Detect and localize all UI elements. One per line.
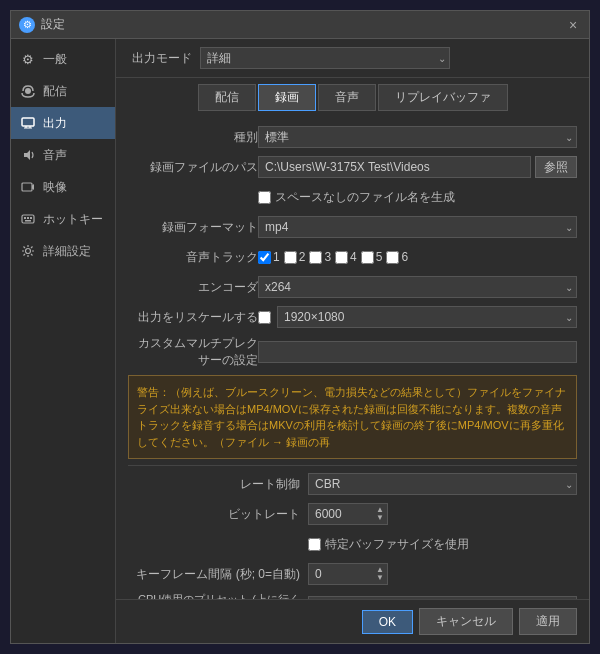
svg-point-0 [25,88,31,94]
track-6-checkbox[interactable] [386,251,399,264]
buffer-checkbox-label[interactable]: 特定バッファサイズを使用 [308,536,469,553]
rate-control-row: レート制御 CBR [128,472,577,496]
rescale-select[interactable]: 1920×1080 [277,306,577,328]
rate-control-select[interactable]: CBR [308,473,577,495]
stream-icon [19,82,37,100]
bitrate-down-arrow[interactable]: ▼ [374,514,386,522]
rescale-select-wrapper: 1920×1080 [277,306,577,328]
rescale-checkbox[interactable] [258,311,271,324]
sidebar-item-general[interactable]: ⚙ 一般 [11,43,115,75]
keyframe-down-arrow[interactable]: ▼ [374,574,386,582]
mux-row: カスタムマルチプレクサーの設定 [128,335,577,369]
format-row: 録画フォーマット mp4 [128,215,577,239]
sidebar-label-audio: 音声 [43,147,67,164]
track-4-checkbox[interactable] [335,251,348,264]
cpu-select[interactable]: fast [308,596,577,599]
output-icon [19,114,37,132]
bitrate-spinbox: ▲ ▼ [308,503,388,525]
sidebar: ⚙ 一般 配信 [11,39,116,643]
encoder-label: エンコーダ [128,279,258,296]
track-5[interactable]: 5 [361,250,383,264]
close-button[interactable]: × [565,17,581,33]
video-icon [19,178,37,196]
sidebar-item-hotkey[interactable]: ホットキー [11,203,115,235]
svg-rect-4 [24,217,26,219]
track-4[interactable]: 4 [335,250,357,264]
sidebar-label-video: 映像 [43,179,67,196]
path-label: 録画ファイルのパス [128,159,258,176]
cpu-row: CPU使用のプリセット (上に行くほど = CPU使用低い) fast [128,592,577,599]
path-row: 録画ファイルのパス 参照 [128,155,577,179]
path-input[interactable] [258,156,531,178]
sidebar-label-general: 一般 [43,51,67,68]
cancel-button[interactable]: キャンセル [419,608,513,635]
rescale-checkbox-label[interactable] [258,311,271,324]
format-select-wrapper: mp4 [258,216,577,238]
tabs-row: 配信 録画 音声 リプレイバッファ [116,78,589,117]
window-title: 設定 [41,16,565,33]
svg-rect-2 [22,183,32,191]
sidebar-item-video[interactable]: 映像 [11,171,115,203]
output-mode-label: 出力モード [132,50,192,67]
spaces-checkbox[interactable] [258,191,271,204]
main-panel: 出力モード 詳細 配信 録画 音声 リプレイバッファ 種別 [116,39,589,643]
keyframe-row: キーフレーム間隔 (秒; 0=自動) ▲ ▼ [128,562,577,586]
svg-rect-1 [22,118,34,126]
tab-audio[interactable]: 音声 [318,84,376,111]
sidebar-item-advanced[interactable]: 詳細設定 [11,235,115,267]
output-mode-select-wrapper: 詳細 [200,47,450,69]
encoder-select[interactable]: x264 [258,276,577,298]
track-1[interactable]: 1 [258,250,280,264]
sidebar-item-output[interactable]: 出力 [11,107,115,139]
output-mode-row: 出力モード 詳細 [116,39,589,78]
track-3[interactable]: 3 [309,250,331,264]
track-5-checkbox[interactable] [361,251,374,264]
mux-input[interactable] [258,341,577,363]
track-3-checkbox[interactable] [309,251,322,264]
buffer-checkbox[interactable] [308,538,321,551]
bitrate-label: ビットレート [128,506,308,523]
svg-rect-7 [25,220,31,222]
tab-replay[interactable]: リプレイバッファ [378,84,508,111]
svg-rect-5 [27,217,29,219]
general-icon: ⚙ [19,50,37,68]
format-select[interactable]: mp4 [258,216,577,238]
cpu-label: CPU使用のプリセット (上に行くほど = CPU使用低い) [128,592,308,599]
track-2[interactable]: 2 [284,250,306,264]
form-area: 種別 標準 録画ファイルのパス 参照 [116,117,589,599]
sidebar-item-audio[interactable]: 音声 [11,139,115,171]
sidebar-label-advanced: 詳細設定 [43,243,91,260]
spaces-checkbox-label[interactable]: スペースなしのファイル名を生成 [258,189,455,206]
sidebar-label-stream: 配信 [43,83,67,100]
bitrate-row: ビットレート ▲ ▼ [128,502,577,526]
tab-stream[interactable]: 配信 [198,84,256,111]
sidebar-item-stream[interactable]: 配信 [11,75,115,107]
track-6[interactable]: 6 [386,250,408,264]
browse-button[interactable]: 参照 [535,156,577,178]
advanced-icon [19,242,37,260]
mux-label: カスタムマルチプレクサーの設定 [128,335,258,369]
ok-button[interactable]: OK [362,610,413,634]
sidebar-label-hotkey: ホットキー [43,211,103,228]
rescale-label: 出力をリスケールする [128,309,258,326]
apply-button[interactable]: 適用 [519,608,577,635]
output-mode-select[interactable]: 詳細 [200,47,450,69]
buffer-label: 特定バッファサイズを使用 [325,536,469,553]
tab-recording[interactable]: 録画 [258,84,316,111]
buffer-row: 特定バッファサイズを使用 [128,532,577,556]
type-select[interactable]: 標準 [258,126,577,148]
encoder-select-wrapper: x264 [258,276,577,298]
audio-tracks-label: 音声トラック [128,249,258,266]
format-label: 録画フォーマット [128,219,258,236]
footer: OK キャンセル 適用 [116,599,589,643]
svg-rect-6 [30,217,32,219]
rate-control-label: レート制御 [128,476,308,493]
type-row: 種別 標準 [128,125,577,149]
track-1-checkbox[interactable] [258,251,271,264]
spaces-row: スペースなしのファイル名を生成 [128,185,577,209]
svg-point-8 [26,249,31,254]
keyframe-label: キーフレーム間隔 (秒; 0=自動) [128,566,308,583]
track-2-checkbox[interactable] [284,251,297,264]
sidebar-label-output: 出力 [43,115,67,132]
content-area: ⚙ 一般 配信 [11,39,589,643]
